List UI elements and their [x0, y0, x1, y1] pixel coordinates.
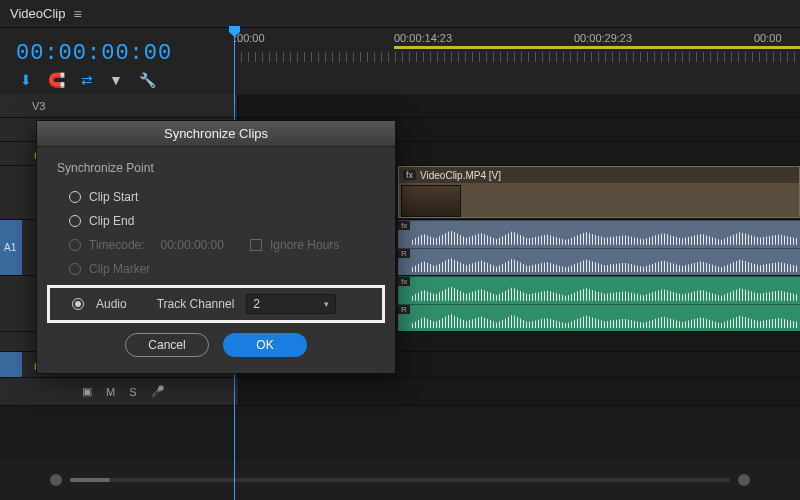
radio-icon[interactable]: [69, 191, 81, 203]
work-area-bar[interactable]: [394, 46, 800, 49]
dialog-section-label: Synchronize Point: [57, 161, 375, 175]
ruler-tick-label: 00:00: [754, 32, 782, 44]
audio-channel-r: R: [398, 304, 800, 332]
audio-channel-l: fx: [398, 220, 800, 248]
option-timecode: Timecode: 00:00:00:00 Ignore Hours: [57, 233, 375, 257]
option-label: Timecode:: [89, 238, 145, 252]
insert-mode-icon[interactable]: ⬇: [20, 72, 32, 88]
clip-thumbnail: [401, 185, 461, 217]
dialog-body: Synchronize Point Clip Start Clip End Ti…: [37, 147, 395, 373]
checkbox-icon: [250, 239, 262, 251]
radio-icon[interactable]: [69, 215, 81, 227]
zoom-handle-right[interactable]: [738, 474, 750, 486]
mute-button[interactable]: M: [106, 386, 115, 398]
track-content[interactable]: [238, 378, 800, 405]
time-ruler[interactable]: :00:00 00:00:14:23 00:00:29:23 00:00: [234, 28, 800, 66]
option-label: Clip End: [89, 214, 134, 228]
toggle-output-icon[interactable]: ▣: [82, 385, 92, 398]
dropdown-value: 2: [253, 297, 260, 311]
solo-button[interactable]: S: [129, 386, 136, 398]
radio-icon: [69, 263, 81, 275]
track-row: V3: [0, 94, 800, 118]
settings-wrench-icon[interactable]: 🔧: [139, 72, 156, 88]
audio-channel-l: fx: [398, 276, 800, 304]
snap-icon[interactable]: 🧲: [48, 72, 65, 88]
waveform: [412, 256, 798, 272]
track-label: V3: [32, 100, 45, 112]
track-source-label: A1: [4, 242, 16, 253]
fx-badge[interactable]: fx: [403, 170, 416, 180]
timeline-horizontal-scroll[interactable]: [0, 470, 800, 490]
clip-name: VideoClip.MP4 [V]: [420, 170, 501, 181]
channel-label: R: [398, 305, 410, 314]
timecode-value: 00:00:00:00: [161, 238, 224, 252]
ruler-tick-label: 00:00:14:23: [394, 32, 452, 44]
linked-selection-icon[interactable]: ⇄: [81, 72, 93, 88]
option-label: Clip Start: [89, 190, 138, 204]
ruler-ticks: [234, 52, 800, 62]
panel-menu-icon[interactable]: ≡: [73, 6, 81, 22]
clip-header: fx VideoClip.MP4 [V]: [399, 167, 799, 183]
voiceover-mic-icon[interactable]: 🎤: [151, 385, 165, 398]
option-clip-end[interactable]: Clip End: [57, 209, 375, 233]
radio-icon: [69, 239, 81, 251]
scroll-thumb[interactable]: [70, 478, 110, 482]
dialog-button-row: Cancel OK: [57, 333, 375, 357]
audio-clip[interactable]: fx R: [398, 220, 800, 275]
zoom-handle-left[interactable]: [50, 474, 62, 486]
waveform: [412, 285, 798, 301]
marker-icon[interactable]: ▼: [109, 72, 123, 88]
playhead-timecode[interactable]: 00:00:00:00: [16, 41, 234, 66]
track-channel-label: Track Channel: [157, 297, 235, 311]
track-header-v3[interactable]: V3: [0, 94, 238, 117]
video-clip[interactable]: fx VideoClip.MP4 [V]: [398, 166, 800, 218]
channel-label: R: [398, 249, 410, 258]
waveform: [412, 229, 798, 245]
ok-button[interactable]: OK: [223, 333, 307, 357]
waveform: [412, 312, 798, 328]
track-audio-tools: ▣ M S 🎤: [0, 378, 238, 405]
cancel-button[interactable]: Cancel: [125, 333, 209, 357]
track-row: ▣ M S 🎤: [0, 378, 800, 406]
option-audio-highlighted[interactable]: Audio Track Channel 2 ▾: [47, 285, 385, 323]
timecode-row: 00:00:00:00 :00:00 00:00:14:23 00:00:29:…: [0, 28, 800, 66]
dialog-titlebar[interactable]: Synchronize Clips: [37, 121, 395, 147]
track-channel-dropdown[interactable]: 2 ▾: [246, 294, 336, 314]
synchronize-clips-dialog: Synchronize Clips Synchronize Point Clip…: [36, 120, 396, 374]
scroll-track[interactable]: [70, 478, 730, 482]
option-label: Clip Marker: [89, 262, 150, 276]
timeline-tool-row: ⬇ 🧲 ⇄ ▼ 🔧: [0, 66, 800, 94]
ruler-tick-label: :00:00: [234, 32, 265, 44]
chevron-down-icon: ▾: [324, 299, 329, 309]
dialog-title: Synchronize Clips: [164, 126, 268, 141]
audio-clip[interactable]: fx R: [398, 276, 800, 331]
track-content[interactable]: [238, 94, 800, 117]
option-label: Audio: [96, 297, 127, 311]
option-clip-start[interactable]: Clip Start: [57, 185, 375, 209]
ruler-tick-label: 00:00:29:23: [574, 32, 632, 44]
panel-header: VideoClip ≡: [0, 0, 800, 28]
fx-badge[interactable]: fx: [398, 277, 410, 286]
checkbox-label: Ignore Hours: [270, 238, 339, 252]
fx-badge[interactable]: fx: [398, 221, 410, 230]
option-clip-marker: Clip Marker: [57, 257, 375, 281]
audio-channel-r: R: [398, 248, 800, 276]
radio-icon[interactable]: [72, 298, 84, 310]
panel-title: VideoClip: [10, 6, 65, 21]
